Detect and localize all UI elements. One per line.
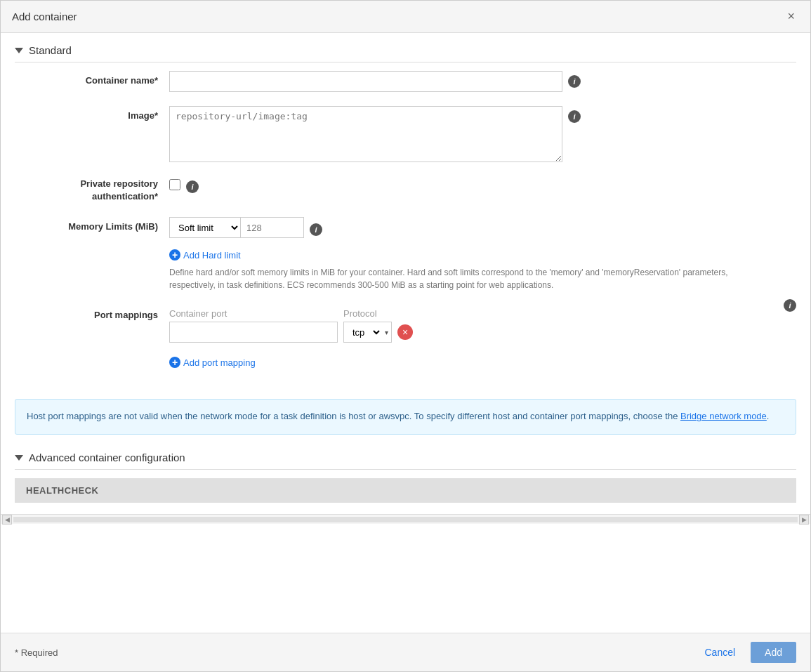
modal-body: Standard Container name* i Image* i [1,33,810,633]
port-mappings-row: Port mappings i Container port Protocol … [15,305,796,368]
private-repo-control-wrap: i [169,176,768,193]
private-repo-checkbox-wrap [169,176,180,190]
memory-limits-row: Memory Limits (MiB) Soft limit Hard limi… [15,217,796,291]
image-info-icon[interactable]: i [568,110,581,123]
protocol-header: Protocol [343,308,428,319]
advanced-section-header: Advanced container configuration [15,452,796,470]
image-control-wrap: i [169,106,768,162]
private-repo-checkbox[interactable] [169,179,180,190]
memory-limits-control-wrap: Soft limit Hard limit i + Add Hard limit [169,217,768,291]
private-repo-row: Private repository authentication* i [15,176,796,203]
image-row: Image* i [15,106,796,162]
modal-footer: * Required Cancel Add [1,633,810,671]
memory-hint-text: Define hard and/or soft memory limits in… [169,266,768,291]
port-mappings-info-icon[interactable]: i [784,299,796,312]
footer-buttons: Cancel Add [696,642,796,663]
memory-limits-info-icon[interactable]: i [310,223,322,236]
container-name-control-wrap: i [169,71,768,92]
protocol-arrow-icon: ▾ [382,329,391,336]
private-repo-label: Private repository authentication* [15,176,169,203]
horizontal-scrollbar: ◀ ▶ [1,514,810,524]
container-name-input[interactable] [169,71,562,92]
add-button[interactable]: Add [751,642,796,663]
standard-section-title: Standard [29,44,72,56]
add-port-mapping-link[interactable]: + Add port mapping [169,357,256,368]
standard-collapse-icon[interactable] [15,48,23,53]
port-col-headers: Container port Protocol [169,308,428,319]
add-hard-limit-plus-icon: + [169,249,180,261]
close-button[interactable]: × [783,8,799,25]
healthcheck-label: HEALTHCHECK [26,485,98,496]
protocol-select[interactable]: tcp udp [344,322,382,342]
container-port-input[interactable] [169,322,338,343]
protocol-select-wrap: tcp udp ▾ [343,322,392,343]
info-box-text: Host port mappings are not valid when th… [27,411,769,421]
container-name-info-icon[interactable]: i [568,75,581,88]
bridge-mode-link[interactable]: Bridge network mode [680,411,767,421]
add-port-mapping-plus-icon: + [169,357,180,368]
container-port-header: Container port [169,308,338,319]
add-hard-limit-link[interactable]: + Add Hard limit [169,249,241,261]
image-label: Image* [15,106,169,121]
required-note: * Required [15,647,58,658]
cancel-button[interactable]: Cancel [696,642,744,663]
memory-limits-label: Memory Limits (MiB) [15,217,169,232]
container-name-label: Container name* [15,71,169,86]
memory-limit-value-input[interactable] [241,217,304,238]
remove-port-mapping-button[interactable]: × [397,324,413,340]
add-container-modal: Add container × Standard Container name*… [0,0,811,672]
port-mappings-label: Port mappings [15,305,169,320]
modal-title: Add container [12,11,77,22]
port-mapping-row: tcp udp ▾ × [169,322,413,343]
modal-header: Add container × [1,1,810,33]
container-name-row: Container name* i [15,71,796,92]
h-scroll-left-arrow[interactable]: ◀ [2,515,12,525]
advanced-section: Advanced container configuration HEALTHC… [1,440,810,514]
h-scroll-track [13,517,798,522]
standard-section: Standard Container name* i Image* i [1,33,810,393]
memory-limit-type-select[interactable]: Soft limit Hard limit [170,218,240,237]
image-input[interactable] [169,106,562,162]
standard-section-header: Standard [15,44,796,62]
advanced-section-title: Advanced container configuration [29,452,185,463]
memory-limit-type-wrap: Soft limit Hard limit [169,217,241,238]
advanced-collapse-icon[interactable] [15,455,23,461]
info-box: Host port mappings are not valid when th… [15,399,796,435]
h-scroll-right-arrow[interactable]: ▶ [799,515,809,525]
port-mappings-control-wrap: i Container port Protocol tcp udp [169,305,768,368]
healthcheck-bar[interactable]: HEALTHCHECK [15,478,796,503]
private-repo-info-icon[interactable]: i [186,180,199,193]
